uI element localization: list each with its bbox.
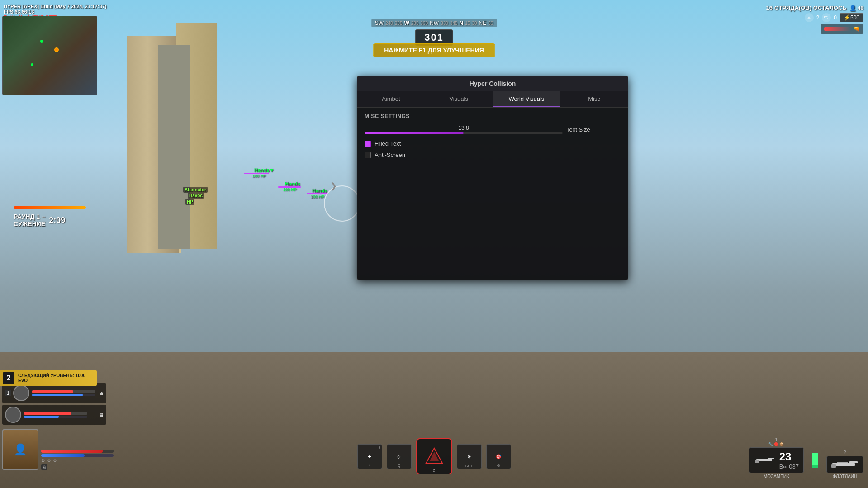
squad-health-bar-1 <box>32 390 95 393</box>
minimap <box>2 16 97 95</box>
weapon-1-ammo: 23 <box>779 450 799 463</box>
anti-screen-checkbox[interactable] <box>365 152 371 158</box>
anti-screen-row: Anti-Screen <box>365 152 621 158</box>
squad-bars-2 <box>24 412 96 418</box>
squad-member-2: 🖥 <box>2 405 106 425</box>
weapon-1-silhouette <box>754 455 777 465</box>
enemy-hp-1: 100 HP <box>252 174 266 178</box>
minimap-image <box>3 16 97 95</box>
compass-w: W <box>404 20 409 26</box>
top-weapon-icon: 🔫 <box>853 26 860 32</box>
char-ammo-icons: ⚙⚙⚙ <box>41 458 114 463</box>
weapon-top-display: 🔫 <box>821 24 863 34</box>
squad-shield-bar-1 <box>32 394 95 396</box>
top-right-hud: 16 ОТРЯДА(ОВ) ОСТАЛОСЬ 👤 48 ☠ 2 🛡 0 ⚡500… <box>766 5 863 34</box>
shield-count: 0 <box>834 14 837 21</box>
compass-60: 60 <box>488 21 493 26</box>
tab-aimbot[interactable]: Aimbot <box>357 91 425 107</box>
ability-ultimate[interactable]: Z <box>416 438 452 474</box>
squad-shield-bar-2 <box>24 416 87 418</box>
compass-300: 300 <box>420 21 428 26</box>
kill-count: 2 <box>816 14 820 21</box>
ability-g[interactable]: 🎯 G <box>486 444 511 469</box>
tab-aimbot-label: Aimbot <box>382 95 400 102</box>
anti-screen-label: Anti-Screen <box>375 152 405 158</box>
text-size-label: Text Size <box>566 126 621 133</box>
minimap-player-marker <box>54 47 59 52</box>
ability-lalt[interactable]: ⚙ LALT <box>457 444 482 469</box>
compass-15: 15 <box>465 21 470 26</box>
compass-345: 345 <box>450 21 458 26</box>
enemy-hp-2: 100 HP <box>283 187 297 192</box>
ability-4[interactable]: ✚ 4 8 <box>357 444 382 469</box>
timer-value: 2:09 <box>49 216 65 225</box>
menu-title: Hyper Collision <box>357 76 628 91</box>
compass-nw: NW <box>430 20 439 26</box>
ultimate-key: Z <box>433 469 435 473</box>
tab-misc-label: Misc <box>588 95 600 102</box>
menu-tabs: Aimbot Visuals World Visuals Misc <box>357 91 628 108</box>
ultimate-icon <box>425 447 443 465</box>
text-size-row: 13.8 Text Size <box>365 125 621 134</box>
weapon-row: 1 🔧 🔴 📦 23 B∞ 037 МОЗАМБИ <box>749 437 863 479</box>
ability-g-icon: 🎯 <box>496 454 501 459</box>
level-number: 2 <box>3 372 14 384</box>
svg-rect-8 <box>849 461 858 463</box>
ability-4-count: 8 <box>379 445 380 450</box>
svg-rect-6 <box>812 465 818 468</box>
compass-ne: NE <box>479 20 486 26</box>
svg-rect-4 <box>755 460 759 463</box>
compass-330: 330 <box>441 21 448 26</box>
level-panel: 2 СЛЕДУЮЩИЙ УРОВЕНЬ: 1000 EVO <box>0 370 97 386</box>
compass-285: 285 <box>411 21 419 26</box>
ability-lalt-key: LALT <box>465 464 473 468</box>
weapon-1-box: 23 B∞ 037 <box>749 447 804 473</box>
players-info: 👤 48 <box>849 5 863 11</box>
text-size-track[interactable] <box>365 132 563 134</box>
compass-n: N <box>460 20 464 26</box>
svg-rect-3 <box>768 458 774 459</box>
ability-g-key: G <box>497 464 500 468</box>
squad-avatar-1 <box>13 385 29 401</box>
ability-bar: ✚ 4 8 ◇ Q Z ⚙ LALT 🎯 G <box>357 438 511 474</box>
weapon-1-ammo-group: 23 B∞ 037 <box>779 450 799 470</box>
player-count: 48 <box>858 5 863 11</box>
enemy-label-1: Hands▼ <box>254 167 275 173</box>
weapon-1-reserve: B∞ 037 <box>779 463 799 470</box>
char-stats: ⚙⚙⚙ ☠ <box>41 450 114 470</box>
crosshair <box>324 185 360 222</box>
squads-text: 16 ОТРЯДА(ОВ) ОСТАЛОСЬ <box>766 5 847 11</box>
tab-visuals[interactable]: Visuals <box>425 91 493 107</box>
filled-text-color <box>365 141 371 147</box>
text-size-slider-container: 13.8 <box>365 125 563 134</box>
svg-rect-2 <box>756 459 772 461</box>
ability-q-key: Q <box>398 464 400 468</box>
char-extra: ☠ <box>41 464 114 470</box>
enemy-bar-3 <box>307 193 328 194</box>
weapon-1-slot-num: 1 🔧 🔴 📦 <box>768 437 784 446</box>
top-weapon-bar <box>824 27 851 31</box>
ability-q[interactable]: ◇ Q <box>387 444 412 469</box>
tab-misc[interactable]: Misc <box>560 91 628 107</box>
menu-content: Misc settings 13.8 Text Size Filled Text… <box>357 108 628 280</box>
tab-world-visuals[interactable]: World Visuals <box>493 91 561 107</box>
character-avatar: 👤 <box>2 429 38 470</box>
squad-health-bar-2 <box>24 412 87 415</box>
text-size-fill <box>365 132 464 134</box>
char-icon: 👤 <box>14 443 27 456</box>
svg-rect-10 <box>837 462 848 463</box>
ability-lalt-icon: ⚙ <box>467 454 471 459</box>
compass-sw: SW <box>375 20 384 26</box>
tab-world-visuals-label: World Visuals <box>508 95 544 102</box>
minimap-enemy-1 <box>40 40 43 43</box>
weapon-2-box <box>826 456 863 473</box>
ammo-type-display <box>808 452 822 470</box>
compass-30: 30 <box>472 21 477 26</box>
enemy-bar-2 <box>278 186 301 188</box>
level-progress-text: СЛЕДУЮЩИЙ УРОВЕНЬ: 1000 EVO <box>18 373 90 383</box>
text-size-value: 13.8 <box>365 125 563 131</box>
weapon-slot-1: 1 🔧 🔴 📦 23 B∞ 037 МОЗАМБИ <box>749 437 804 479</box>
char-health-bar <box>41 450 114 453</box>
filled-text-label: Filled Text <box>375 140 401 147</box>
f1-text: НАЖМИТЕ F1 ДЛЯ УЛУЧШЕНИЯ <box>384 47 484 54</box>
